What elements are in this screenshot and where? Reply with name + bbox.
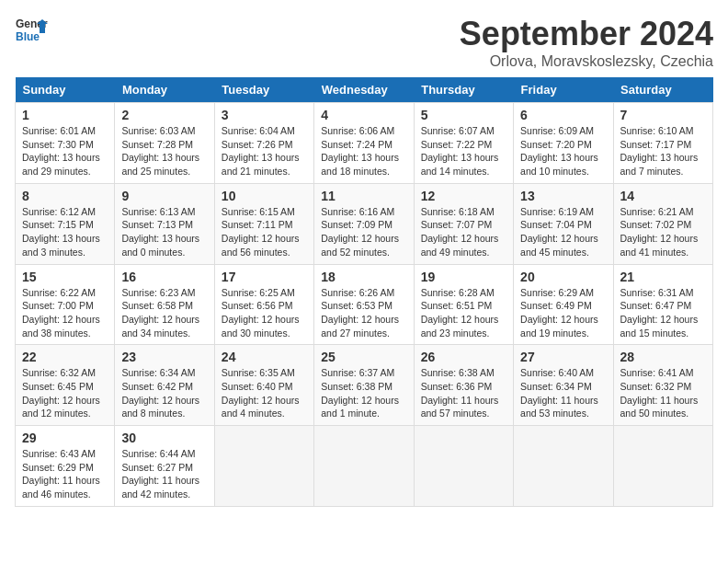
day-info: Sunrise: 6:38 AM Sunset: 6:36 PM Dayligh… bbox=[421, 366, 506, 420]
day-cell: 22Sunrise: 6:32 AM Sunset: 6:45 PM Dayli… bbox=[16, 345, 115, 426]
day-number: 27 bbox=[520, 350, 606, 364]
day-number: 13 bbox=[520, 189, 606, 203]
day-cell: 11Sunrise: 6:16 AM Sunset: 7:09 PM Dayli… bbox=[314, 183, 414, 264]
week-row-3: 22Sunrise: 6:32 AM Sunset: 6:45 PM Dayli… bbox=[16, 345, 713, 426]
day-number: 17 bbox=[222, 270, 307, 284]
svg-text:Blue: Blue bbox=[16, 30, 40, 43]
day-info: Sunrise: 6:09 AM Sunset: 7:20 PM Dayligh… bbox=[520, 124, 606, 178]
day-cell: 19Sunrise: 6:28 AM Sunset: 6:51 PM Dayli… bbox=[414, 264, 513, 345]
day-info: Sunrise: 6:29 AM Sunset: 6:49 PM Dayligh… bbox=[520, 286, 606, 340]
day-cell bbox=[314, 426, 414, 507]
day-cell: 2Sunrise: 6:03 AM Sunset: 7:28 PM Daylig… bbox=[115, 103, 214, 184]
day-number: 24 bbox=[222, 350, 307, 364]
page-header: General Blue September 2024 Orlova, Mora… bbox=[15, 15, 713, 70]
day-cell bbox=[613, 426, 712, 507]
day-number: 29 bbox=[22, 431, 108, 445]
day-info: Sunrise: 6:22 AM Sunset: 7:00 PM Dayligh… bbox=[22, 286, 108, 340]
week-row-2: 15Sunrise: 6:22 AM Sunset: 7:00 PM Dayli… bbox=[16, 264, 713, 345]
col-header-sunday: Sunday bbox=[16, 77, 115, 103]
day-cell: 10Sunrise: 6:15 AM Sunset: 7:11 PM Dayli… bbox=[214, 183, 313, 264]
col-header-thursday: Thursday bbox=[414, 77, 513, 103]
day-info: Sunrise: 6:12 AM Sunset: 7:15 PM Dayligh… bbox=[22, 205, 108, 259]
day-number: 16 bbox=[121, 270, 207, 284]
day-number: 3 bbox=[222, 108, 307, 122]
day-number: 9 bbox=[121, 189, 207, 203]
day-cell: 8Sunrise: 6:12 AM Sunset: 7:15 PM Daylig… bbox=[16, 183, 115, 264]
day-info: Sunrise: 6:32 AM Sunset: 6:45 PM Dayligh… bbox=[22, 366, 108, 420]
calendar-table: SundayMondayTuesdayWednesdayThursdayFrid… bbox=[15, 77, 713, 507]
day-number: 26 bbox=[421, 350, 506, 364]
day-info: Sunrise: 6:15 AM Sunset: 7:11 PM Dayligh… bbox=[222, 205, 307, 259]
day-info: Sunrise: 6:23 AM Sunset: 6:58 PM Dayligh… bbox=[121, 286, 207, 340]
day-info: Sunrise: 6:06 AM Sunset: 7:24 PM Dayligh… bbox=[321, 124, 406, 178]
day-cell: 21Sunrise: 6:31 AM Sunset: 6:47 PM Dayli… bbox=[613, 264, 712, 345]
day-number: 6 bbox=[520, 108, 606, 122]
day-number: 22 bbox=[22, 350, 108, 364]
day-cell: 18Sunrise: 6:26 AM Sunset: 6:53 PM Dayli… bbox=[314, 264, 414, 345]
day-info: Sunrise: 6:41 AM Sunset: 6:32 PM Dayligh… bbox=[620, 366, 706, 420]
day-cell: 3Sunrise: 6:04 AM Sunset: 7:26 PM Daylig… bbox=[214, 103, 313, 184]
location: Orlova, Moravskoslezsky, Czechia bbox=[460, 53, 713, 70]
day-cell: 9Sunrise: 6:13 AM Sunset: 7:13 PM Daylig… bbox=[115, 183, 214, 264]
day-cell: 26Sunrise: 6:38 AM Sunset: 6:36 PM Dayli… bbox=[414, 345, 513, 426]
day-info: Sunrise: 6:40 AM Sunset: 6:34 PM Dayligh… bbox=[520, 366, 606, 420]
day-cell: 23Sunrise: 6:34 AM Sunset: 6:42 PM Dayli… bbox=[115, 345, 214, 426]
day-cell bbox=[214, 426, 313, 507]
day-info: Sunrise: 6:01 AM Sunset: 7:30 PM Dayligh… bbox=[22, 124, 108, 178]
day-number: 28 bbox=[620, 350, 706, 364]
day-number: 5 bbox=[421, 108, 506, 122]
day-cell: 4Sunrise: 6:06 AM Sunset: 7:24 PM Daylig… bbox=[314, 103, 414, 184]
day-cell: 25Sunrise: 6:37 AM Sunset: 6:38 PM Dayli… bbox=[314, 345, 414, 426]
day-number: 7 bbox=[620, 108, 706, 122]
title-area: September 2024 Orlova, Moravskoslezsky, … bbox=[460, 15, 713, 70]
day-cell: 16Sunrise: 6:23 AM Sunset: 6:58 PM Dayli… bbox=[115, 264, 214, 345]
day-info: Sunrise: 6:37 AM Sunset: 6:38 PM Dayligh… bbox=[321, 366, 406, 420]
day-number: 4 bbox=[321, 108, 406, 122]
day-info: Sunrise: 6:18 AM Sunset: 7:07 PM Dayligh… bbox=[421, 205, 506, 259]
day-info: Sunrise: 6:16 AM Sunset: 7:09 PM Dayligh… bbox=[321, 205, 406, 259]
day-info: Sunrise: 6:21 AM Sunset: 7:02 PM Dayligh… bbox=[620, 205, 706, 259]
day-number: 15 bbox=[22, 270, 108, 284]
month-title: September 2024 bbox=[460, 15, 713, 53]
day-number: 8 bbox=[22, 189, 108, 203]
day-info: Sunrise: 6:26 AM Sunset: 6:53 PM Dayligh… bbox=[321, 286, 406, 340]
day-cell: 5Sunrise: 6:07 AM Sunset: 7:22 PM Daylig… bbox=[414, 103, 513, 184]
day-cell bbox=[514, 426, 613, 507]
day-cell: 15Sunrise: 6:22 AM Sunset: 7:00 PM Dayli… bbox=[16, 264, 115, 345]
day-number: 21 bbox=[620, 270, 706, 284]
day-cell: 28Sunrise: 6:41 AM Sunset: 6:32 PM Dayli… bbox=[613, 345, 712, 426]
day-info: Sunrise: 6:03 AM Sunset: 7:28 PM Dayligh… bbox=[121, 124, 207, 178]
day-cell: 14Sunrise: 6:21 AM Sunset: 7:02 PM Dayli… bbox=[613, 183, 712, 264]
col-header-tuesday: Tuesday bbox=[214, 77, 313, 103]
day-number: 2 bbox=[121, 108, 207, 122]
week-row-0: 1Sunrise: 6:01 AM Sunset: 7:30 PM Daylig… bbox=[16, 103, 713, 184]
day-info: Sunrise: 6:07 AM Sunset: 7:22 PM Dayligh… bbox=[421, 124, 506, 178]
day-number: 19 bbox=[421, 270, 506, 284]
day-cell: 20Sunrise: 6:29 AM Sunset: 6:49 PM Dayli… bbox=[514, 264, 613, 345]
day-cell: 1Sunrise: 6:01 AM Sunset: 7:30 PM Daylig… bbox=[16, 103, 115, 184]
day-cell: 24Sunrise: 6:35 AM Sunset: 6:40 PM Dayli… bbox=[214, 345, 313, 426]
day-info: Sunrise: 6:13 AM Sunset: 7:13 PM Dayligh… bbox=[121, 205, 207, 259]
day-info: Sunrise: 6:43 AM Sunset: 6:29 PM Dayligh… bbox=[22, 447, 108, 501]
day-cell: 7Sunrise: 6:10 AM Sunset: 7:17 PM Daylig… bbox=[613, 103, 712, 184]
day-info: Sunrise: 6:25 AM Sunset: 6:56 PM Dayligh… bbox=[222, 286, 307, 340]
day-number: 23 bbox=[121, 350, 207, 364]
day-number: 25 bbox=[321, 350, 406, 364]
col-header-wednesday: Wednesday bbox=[314, 77, 414, 103]
day-number: 10 bbox=[222, 189, 307, 203]
day-number: 1 bbox=[22, 108, 108, 122]
day-cell: 13Sunrise: 6:19 AM Sunset: 7:04 PM Dayli… bbox=[514, 183, 613, 264]
day-info: Sunrise: 6:34 AM Sunset: 6:42 PM Dayligh… bbox=[121, 366, 207, 420]
day-cell: 30Sunrise: 6:44 AM Sunset: 6:27 PM Dayli… bbox=[115, 426, 214, 507]
day-number: 18 bbox=[321, 270, 406, 284]
week-row-4: 29Sunrise: 6:43 AM Sunset: 6:29 PM Dayli… bbox=[16, 426, 713, 507]
day-info: Sunrise: 6:28 AM Sunset: 6:51 PM Dayligh… bbox=[421, 286, 506, 340]
day-info: Sunrise: 6:44 AM Sunset: 6:27 PM Dayligh… bbox=[121, 447, 207, 501]
col-header-monday: Monday bbox=[115, 77, 214, 103]
logo: General Blue bbox=[15, 15, 48, 48]
day-number: 14 bbox=[620, 189, 706, 203]
logo-svg: General Blue bbox=[15, 15, 48, 48]
day-info: Sunrise: 6:10 AM Sunset: 7:17 PM Dayligh… bbox=[620, 124, 706, 178]
day-cell: 12Sunrise: 6:18 AM Sunset: 7:07 PM Dayli… bbox=[414, 183, 513, 264]
day-info: Sunrise: 6:04 AM Sunset: 7:26 PM Dayligh… bbox=[222, 124, 307, 178]
